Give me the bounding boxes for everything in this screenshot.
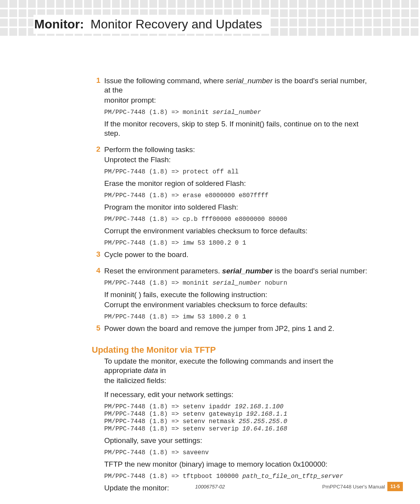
code-block: PM/PPC-7448 (1.8) => setenv ipaddr 192.1…: [104, 403, 372, 433]
body-text: the italicized fields:: [104, 376, 372, 385]
dot-row: [0, 0, 420, 8]
step-text: If the monitor recovers, skip to step 5.…: [104, 119, 372, 138]
step-number: 3: [92, 250, 100, 259]
code-block: PM/PPC-7448 (1.8) => cp.b fff00000 e8000…: [104, 216, 372, 223]
code-block: PM/PPC-7448 (1.8) => moninit serial_numb…: [104, 109, 372, 116]
footer-page-number: 11-5: [387, 482, 403, 491]
step-text: Corrupt the environment variables checks…: [104, 226, 372, 236]
step-number: 2: [92, 145, 100, 154]
step-text: Issue the following command, where seria…: [104, 76, 372, 95]
step-4: 4 Reset the environment parameters. seri…: [92, 266, 372, 321]
step-5: 5 Power down the board and remove the ju…: [92, 324, 372, 333]
step-2: 2 Perform the following tasks: Unprotect…: [92, 145, 372, 247]
footer-manual-name: PmPPC7448 User's Manual: [322, 484, 385, 490]
body-text: Optionally, save your settings:: [104, 436, 372, 445]
step-text: Erase the monitor region of soldered Fla…: [104, 179, 372, 188]
code-block: PM/PPC-7448 (1.8) => imw 53 1800.2 0 1: [104, 240, 372, 247]
step-text: If moninit( ) fails, execute the followi…: [104, 290, 372, 299]
step-text: Reset the environment parameters. serial…: [104, 266, 372, 276]
page-footer: 10006757-02 PmPPC7448 User's Manual 11-5: [0, 484, 420, 495]
code-block: PM/PPC-7448 (1.8) => erase e8000000 e807…: [104, 192, 372, 200]
body-text: TFTP the new monitor (binary) image to m…: [104, 460, 372, 469]
section-heading: Updating the Monitor via TFTP: [92, 345, 372, 355]
step-1: 1 Issue the following command, where ser…: [92, 76, 372, 138]
step-number: 1: [92, 76, 100, 85]
code-block: PM/PPC-7448 (1.8) => imw 53 1800.2 0 1: [104, 313, 372, 321]
code-block: PM/PPC-7448 (1.8) => saveenv: [104, 449, 372, 457]
step-text: Power down the board and remove the jump…: [104, 324, 372, 333]
step-number: 4: [92, 266, 100, 275]
step-3: 3 Cycle power to the board.: [92, 250, 372, 259]
step-text: Program the monitor into soldered Flash:: [104, 203, 372, 212]
code-block: PM/PPC-7448 (1.8) => moninit serial_numb…: [104, 280, 372, 287]
page-content: 1 Issue the following command, where ser…: [92, 76, 372, 494]
code-block: PM/PPC-7448 (1.8) => tftpboot 100000 pat…: [104, 473, 372, 480]
section-body: To update the monitor, execute the follo…: [92, 357, 372, 493]
body-text: To update the monitor, execute the follo…: [104, 357, 372, 375]
body-text: If necessary, edit your network settings…: [104, 390, 372, 399]
page-title-bold: Monitor:: [34, 17, 84, 31]
step-number: 5: [92, 324, 100, 332]
step-text: Cycle power to the board.: [104, 250, 372, 259]
footer-docnum: 10006757-02: [195, 484, 225, 490]
step-text: monitor prompt:: [104, 96, 372, 105]
step-text: Unprotect the Flash:: [104, 155, 372, 164]
page-title: Monitor: Monitor Recovery and Updates: [33, 15, 269, 34]
step-text: Perform the following tasks:: [104, 145, 372, 154]
step-text: Corrupt the environment variables checks…: [104, 300, 372, 310]
page-title-light: Monitor Recovery and Updates: [91, 17, 262, 31]
code-block: PM/PPC-7448 (1.8) => protect off all: [104, 168, 372, 176]
